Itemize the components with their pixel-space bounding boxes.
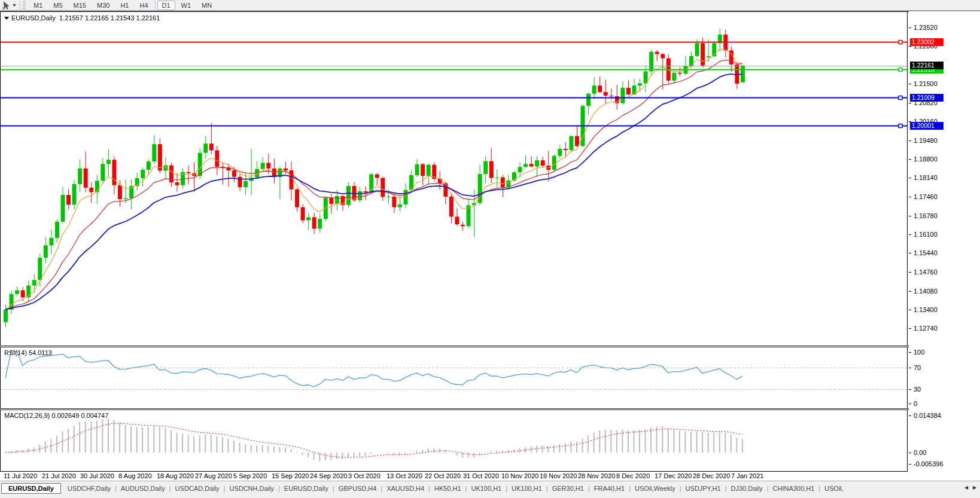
axis-tick	[909, 404, 911, 404]
timeframe-toolbar: M1M5M15M30H1H4D1W1MN	[0, 0, 980, 11]
chart-tab-usdjpy-h1[interactable]: USDJPY,H1	[680, 484, 726, 493]
date-label: 18 Aug 2020	[157, 472, 194, 479]
ohlc-low: 1.21543	[111, 14, 135, 22]
axis-tick	[909, 46, 911, 47]
toolbar-separator	[155, 1, 156, 10]
chart-tab-xauusd-h4[interactable]: XAUUSD,H4	[381, 484, 430, 493]
axis-tick	[909, 84, 911, 84]
axis-tick	[909, 253, 911, 253]
chart-tab-usoil-weekly[interactable]: USOil,Weekly	[629, 484, 681, 493]
price-chart-canvas[interactable]	[1, 12, 907, 346]
toolbar-separator	[20, 1, 20, 10]
chart-tab-usdchf-daily[interactable]: USDCHF,Daily	[62, 484, 116, 493]
toolbar-grip[interactable]	[23, 1, 26, 9]
price-line-badge: 1.21009	[910, 94, 944, 102]
chart-tab-hk50-h1[interactable]: HK50,H1	[429, 484, 467, 493]
tab-scroll-left-icon[interactable]: ◀	[962, 483, 970, 493]
date-label: 8 Aug 2020	[118, 472, 152, 479]
price-axis-label: 1.23520	[914, 24, 938, 31]
axis-tick	[909, 178, 911, 178]
date-label: 5 Sep 2020	[233, 472, 267, 479]
chart-tab-uk100-h1[interactable]: UK100,H1	[465, 484, 507, 493]
macd-axis-label: -0.005396	[914, 460, 944, 468]
price-axis-label: 1.14760	[914, 268, 938, 276]
chart-symbol-label: EURUSD,Daily	[11, 14, 56, 22]
date-label: 30 Jul 2020	[80, 472, 114, 479]
chart-tab-usdcnh-daily[interactable]: USDCNH,Daily	[224, 484, 279, 493]
macd-chart-canvas[interactable]	[1, 410, 907, 471]
chart-collapse-icon[interactable]	[4, 17, 9, 20]
price-scale[interactable]: 1.235201.228601.215001.208201.201601.194…	[909, 11, 980, 481]
bottom-strip	[0, 494, 980, 498]
axis-tick	[909, 352, 911, 353]
timeframe-button-h1[interactable]: H1	[115, 1, 133, 10]
chart-tab-usdcad-daily[interactable]: USDCAD,Daily	[170, 484, 225, 493]
chart-tab-fra40-h1[interactable]: FRA40,H1	[589, 484, 630, 493]
macd-label: MACD(12,26,9) 0.002649 0.004747	[4, 412, 108, 419]
axis-tick	[909, 197, 911, 197]
chart-header: EURUSD,Daily 1.21557 1.22165 1.21543 1.2…	[4, 14, 160, 22]
axis-tick	[909, 368, 911, 368]
axis-tick	[909, 103, 911, 103]
axis-tick	[909, 310, 911, 310]
timeframe-button-m15[interactable]: M15	[69, 1, 91, 10]
price-pane: EURUSD,Daily 1.21557 1.22165 1.21543 1.2…	[0, 12, 908, 346]
rsi-label: RSI(14) 54.0113	[4, 349, 52, 356]
chart-tab-usoil[interactable]: USOil,	[819, 484, 849, 493]
chart-tab-ger30-h1[interactable]: GER30,H1	[547, 484, 589, 493]
chart-tab-eurusd-daily[interactable]: EURUSD,Daily	[1, 483, 61, 494]
chart-tab-dj30-daily[interactable]: DJ30,Daily	[725, 484, 768, 493]
price-axis-label: 1.18800	[914, 155, 938, 163]
timeframe-button-m5[interactable]: M5	[48, 1, 67, 10]
axis-tick	[909, 234, 911, 235]
rsi-pane: RSI(14) 54.0113	[0, 347, 908, 408]
axis-tick	[909, 464, 911, 465]
timeframe-button-h4[interactable]: H4	[135, 1, 153, 10]
date-label: 24 Sep 2020	[310, 472, 347, 479]
timeframe-button-m1[interactable]: M1	[29, 1, 47, 10]
axis-tick	[909, 415, 911, 416]
rsi-axis-label: 0	[914, 400, 917, 407]
date-label: 11 Jul 2020	[4, 472, 37, 479]
date-label: 13 Oct 2020	[386, 472, 422, 479]
timeframe-buttons: M1M5M15M30H1H4D1W1MN	[28, 1, 217, 10]
price-axis-label: 1.17460	[914, 193, 938, 200]
axis-tick	[909, 291, 911, 292]
timeframe-button-mn[interactable]: MN	[197, 1, 217, 10]
mt4-window: M1M5M15M30H1H4D1W1MN EURUSD,Daily 1.2155…	[0, 0, 980, 498]
price-axis-label: 1.19480	[914, 137, 938, 144]
chart-tab-bar: EURUSD,DailyUSDCHF,Daily|AUDUSD,Daily|US…	[0, 481, 980, 495]
chart-tab-gbpusd-h4[interactable]: GBPUSD,H4	[333, 484, 382, 493]
date-label: 15 Sep 2020	[272, 472, 309, 479]
timeframe-button-d1[interactable]: D1	[157, 1, 175, 10]
date-label: 17 Dec 2020	[655, 472, 692, 479]
rsi-chart-canvas[interactable]	[1, 347, 907, 408]
price-axis-label: 1.21500	[914, 80, 938, 87]
date-label: 7 Jan 2021	[731, 472, 763, 479]
time-scale[interactable]: 11 Jul 202021 Jul 202030 Jul 20208 Aug 2…	[0, 472, 980, 481]
timeframe-button-m30[interactable]: M30	[92, 1, 114, 10]
price-axis-label: 1.16780	[914, 212, 938, 219]
macd-axis-label: 0.014384	[914, 412, 941, 419]
chart-tab-uk100-h1[interactable]: UK100,H1	[506, 484, 547, 493]
date-label: 28 Dec 2020	[693, 472, 730, 479]
chart-tab-china300-h1[interactable]: CHINA300,H1	[768, 484, 820, 493]
tab-scroll-buttons: ◀ ▶	[962, 481, 979, 494]
price-axis-label: 1.18140	[914, 174, 938, 181]
rsi-axis-label: 70	[914, 364, 921, 371]
tool-dropdown-caret[interactable]	[13, 4, 16, 7]
macd-axis-label: 0.00	[914, 449, 926, 456]
cursor-tool-icon[interactable]	[1, 1, 12, 10]
price-axis-label: 1.13400	[914, 306, 938, 313]
price-axis-label: 1.14080	[914, 288, 938, 295]
chart-tab-audusd-daily[interactable]: AUDUSD,Daily	[115, 484, 171, 493]
axis-tick	[909, 272, 911, 273]
date-label: 31 Oct 2020	[463, 472, 499, 479]
date-label: 8 Dec 2020	[616, 472, 650, 479]
tab-scroll-right-icon[interactable]: ▶	[970, 483, 979, 493]
axis-tick	[909, 453, 911, 453]
date-label: 28 Nov 2020	[578, 472, 615, 479]
timeframe-button-w1[interactable]: W1	[176, 1, 196, 10]
chart-tab-eurusd-daily[interactable]: EURUSD,Daily	[279, 484, 334, 493]
macd-pane: MACD(12,26,9) 0.002649 0.004747	[0, 410, 908, 471]
